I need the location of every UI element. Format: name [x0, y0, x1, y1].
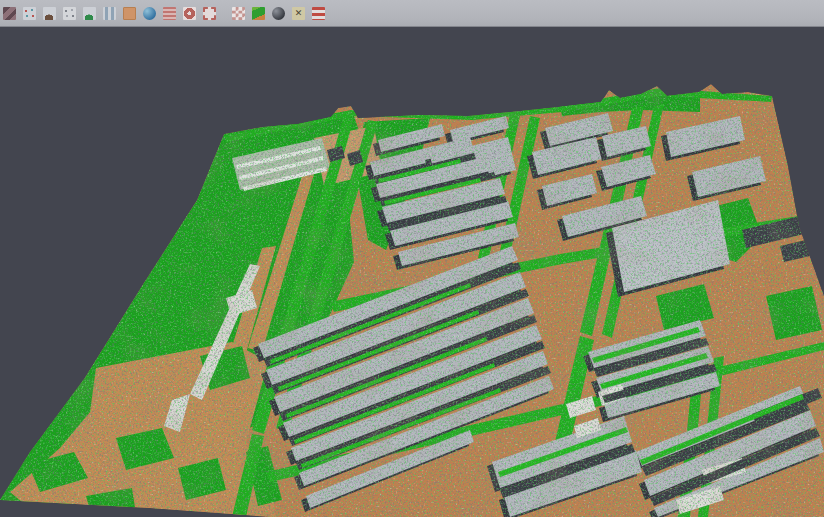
- landcover-map-button[interactable]: [251, 5, 266, 22]
- gear-ring-icon: [183, 7, 196, 20]
- application-window: ✕: [0, 0, 824, 517]
- gear-ring-button[interactable]: [182, 5, 197, 22]
- classify-brush-icon: [3, 7, 16, 20]
- viewport-3d[interactable]: [0, 28, 824, 517]
- sphere-3d-icon: [272, 7, 285, 20]
- crossed-tools-button[interactable]: ✕: [291, 5, 306, 22]
- terrain-hill-button[interactable]: [42, 5, 57, 22]
- column-chart-icon: [103, 7, 116, 20]
- globe-icon: [143, 7, 156, 20]
- red-bars-button[interactable]: [311, 5, 326, 22]
- vegetation-mound-icon: [83, 7, 96, 20]
- point-cloud-scene: [0, 28, 824, 517]
- column-chart-button[interactable]: [102, 5, 117, 22]
- landcover-map-icon: [252, 7, 265, 20]
- point-pairs-button[interactable]: [22, 5, 37, 22]
- selection-corners-button[interactable]: [202, 5, 217, 22]
- selection-corners-icon: [203, 7, 216, 20]
- checker-raster-button[interactable]: [231, 5, 246, 22]
- sphere-3d-button[interactable]: [271, 5, 286, 22]
- vegetation-mound-button[interactable]: [82, 5, 97, 22]
- speckle-light: [0, 28, 824, 517]
- crossed-tools-icon: ✕: [292, 7, 305, 20]
- terrain-mesh: [0, 28, 824, 517]
- main-toolbar: ✕: [0, 0, 824, 27]
- red-bars-icon: [312, 7, 325, 20]
- sparse-points-button[interactable]: [62, 5, 77, 22]
- sparse-points-icon: [63, 7, 76, 20]
- orange-square-icon: [123, 7, 136, 20]
- orange-square-button[interactable]: [122, 5, 137, 22]
- classify-brush-button[interactable]: [2, 5, 17, 22]
- attribute-table-button[interactable]: [162, 5, 177, 22]
- checker-raster-icon: [232, 7, 245, 20]
- toolbar-separator: [222, 5, 226, 22]
- point-pairs-icon: [23, 7, 36, 20]
- globe-button[interactable]: [142, 5, 157, 22]
- attribute-table-icon: [163, 7, 176, 20]
- terrain-hill-icon: [43, 7, 56, 20]
